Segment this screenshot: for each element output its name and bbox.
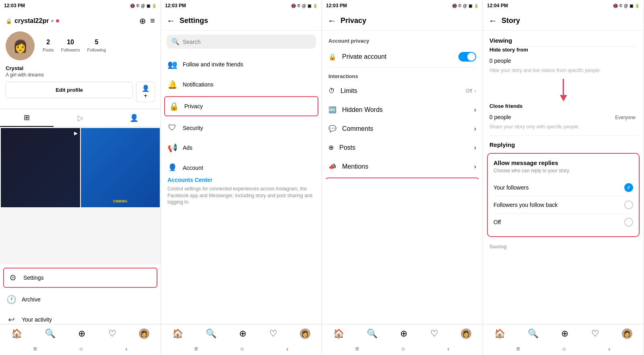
settings-item-account[interactable]: 👤 Account: [161, 158, 322, 171]
private-account-item[interactable]: 🔒 Private account: [322, 46, 483, 67]
sys-back-1[interactable]: ‹: [125, 345, 127, 353]
privacy-item-comments[interactable]: 💬 Comments ›: [322, 119, 483, 138]
edit-profile-button[interactable]: Edit profile: [6, 82, 133, 98]
settings-search-input[interactable]: [183, 39, 311, 45]
settings-item-privacy[interactable]: 🔒 Privacy: [164, 96, 318, 116]
status-time-3: 12:03 PM: [326, 3, 347, 8]
nav-search-4[interactable]: 🔍: [528, 328, 539, 339]
sys-bar-4: ≡ ○ ‹: [483, 343, 644, 355]
settings-item-security[interactable]: 🛡 Security: [161, 118, 322, 138]
settings-item-ads[interactable]: 📢 Ads: [161, 138, 322, 158]
radio-off[interactable]: Off: [493, 214, 633, 231]
privacy-menu-list: Account privacy 🔒 Private account Intera…: [322, 31, 483, 179]
nav-add-1[interactable]: ⊕: [78, 328, 85, 339]
radio-your-followers[interactable]: Your followers: [493, 179, 633, 196]
allow-replies-title: Allow message replies: [493, 159, 633, 166]
notifications-label: Notifications: [183, 81, 213, 88]
privacy-item-posts[interactable]: ⊕ Posts ›: [322, 138, 483, 157]
nav-search-3[interactable]: 🔍: [367, 328, 378, 339]
online-dot: [56, 19, 59, 23]
followers-count: 10: [61, 39, 80, 46]
security-label: Security: [183, 125, 203, 131]
mentions-chevron: ›: [474, 163, 476, 170]
settings-header: ← Settings: [161, 11, 322, 31]
add-post-icon[interactable]: ⊕: [139, 16, 146, 26]
nav-avatar-4[interactable]: 👩: [622, 328, 632, 339]
nav-avatar-3[interactable]: 👩: [461, 328, 471, 339]
settings-item-follow[interactable]: 👥 Follow and invite friends: [161, 54, 322, 74]
menu-item-archive[interactable]: 🕐 Archive: [0, 289, 161, 310]
status-bar-4: 12:04 PM 📵©@▣🔋: [483, 0, 644, 11]
sys-home-3[interactable]: ○: [401, 345, 405, 353]
profile-menu-list: ⚙ Settings 🕐 Archive ↩ Your activity ◈ Q…: [0, 264, 161, 324]
hidden-words-chevron: ›: [474, 106, 476, 114]
private-account-toggle[interactable]: [458, 52, 476, 62]
sys-home-2[interactable]: ○: [240, 345, 244, 353]
settings-back-btn[interactable]: ←: [167, 16, 175, 26]
tab-tagged[interactable]: 👤: [107, 109, 161, 127]
nav-heart-3[interactable]: ♡: [430, 328, 438, 339]
sys-home-1[interactable]: ○: [79, 345, 83, 353]
your-followers-radio[interactable]: [624, 183, 633, 192]
privacy-item-mentions[interactable]: 📣 Mentions ›: [322, 157, 483, 176]
nav-heart-2[interactable]: ♡: [269, 328, 277, 339]
following-count: 5: [87, 39, 106, 46]
story-title: Story: [502, 17, 638, 25]
sys-menu-3[interactable]: ≡: [355, 345, 359, 353]
privacy-item-hidden-words[interactable]: 🔤 Hidden Words ›: [322, 100, 483, 119]
radio-followers-follow-back[interactable]: Followers you follow back: [493, 196, 633, 214]
nav-home-2[interactable]: 🏠: [172, 328, 183, 339]
profile-actions-top[interactable]: ⊕ ≡: [139, 16, 155, 26]
nav-heart-4[interactable]: ♡: [591, 328, 599, 339]
status-bar-1: 12:03 PM 📵 © @ ▣ 🔋: [0, 0, 161, 11]
nav-add-4[interactable]: ⊕: [561, 328, 568, 339]
sys-back-2[interactable]: ‹: [286, 345, 288, 353]
story-back-btn[interactable]: ←: [489, 16, 497, 26]
add-person-button[interactable]: 👤+: [136, 82, 155, 102]
accounts-center-title[interactable]: Accounts Center: [167, 177, 315, 183]
sys-home-4[interactable]: ○: [562, 345, 566, 353]
limits-chevron: ›: [475, 88, 476, 94]
nav-add-3[interactable]: ⊕: [400, 328, 407, 339]
nav-heart-1[interactable]: ♡: [108, 328, 116, 339]
tab-grid[interactable]: ⊞: [0, 109, 54, 127]
tab-reels[interactable]: ▷: [54, 109, 107, 127]
ads-label: Ads: [183, 144, 192, 151]
sys-menu-4[interactable]: ≡: [516, 345, 520, 353]
hidden-words-label: Hidden Words: [342, 106, 383, 114]
comments-icon: 💬: [328, 125, 336, 132]
arrow-head: [560, 95, 567, 101]
avatar: 👩: [6, 31, 35, 60]
account-icon: 👤: [167, 163, 177, 171]
menu-item-activity[interactable]: ↩ Your activity: [0, 310, 161, 324]
settings-item-notifications[interactable]: 🔔 Notifications: [161, 74, 322, 95]
nav-add-2[interactable]: ⊕: [239, 328, 246, 339]
sys-bar-3: ≡ ○ ‹: [322, 343, 483, 355]
sys-back-3[interactable]: ‹: [447, 345, 449, 353]
followers-follow-back-radio[interactable]: [624, 200, 633, 209]
nav-home-4[interactable]: 🏠: [494, 328, 505, 339]
off-radio[interactable]: [624, 218, 633, 227]
sys-menu-2[interactable]: ≡: [194, 345, 198, 353]
privacy-title: Privacy: [341, 17, 477, 25]
nav-avatar-1[interactable]: 👩: [139, 328, 149, 339]
sys-back-4[interactable]: ‹: [608, 345, 610, 353]
status-bar-2: 12:03 PM 📵©@▣🔋: [161, 0, 322, 11]
stat-followers: 10 Followers: [61, 39, 80, 53]
sys-menu-1[interactable]: ≡: [33, 345, 37, 353]
privacy-back-btn[interactable]: ←: [328, 16, 336, 26]
dropdown-icon[interactable]: ▾: [51, 19, 54, 24]
nav-avatar-2[interactable]: 👩: [300, 328, 310, 339]
status-time-1: 12:03 PM: [4, 3, 25, 8]
nav-home-3[interactable]: 🏠: [333, 328, 344, 339]
nav-search-2[interactable]: 🔍: [206, 328, 217, 339]
menu-icon[interactable]: ≡: [150, 16, 155, 26]
follow-label: Follow and invite friends: [183, 61, 243, 68]
sys-bar-2: ≡ ○ ‹: [161, 343, 322, 355]
nav-home-1[interactable]: 🏠: [11, 328, 22, 339]
nav-bar-2: 🏠 🔍 ⊕ ♡ 👩: [161, 324, 322, 343]
menu-item-settings[interactable]: ⚙ Settings: [3, 268, 157, 288]
privacy-item-limits[interactable]: ⏱ Limits Off ›: [322, 82, 483, 100]
stat-posts: 2 Posts: [43, 39, 54, 53]
nav-search-1[interactable]: 🔍: [45, 328, 56, 339]
